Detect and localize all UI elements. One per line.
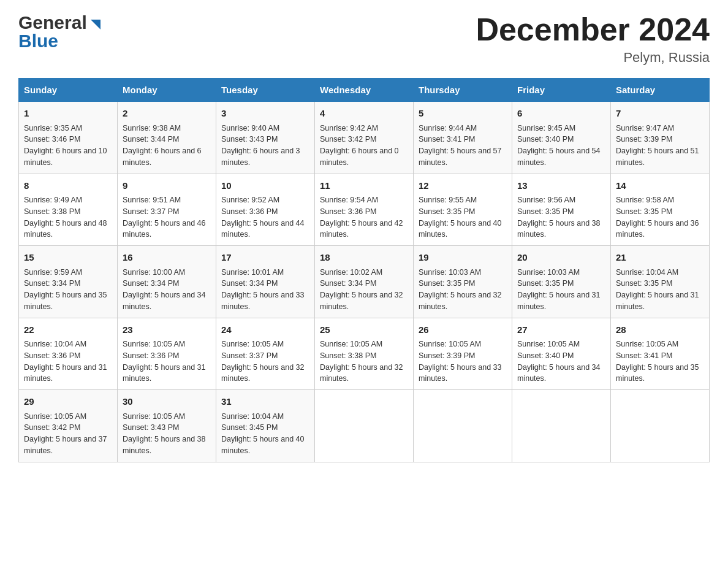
day-info: Sunrise: 9:54 AMSunset: 3:36 PMDaylight:…: [320, 196, 403, 239]
day-info: Sunrise: 10:05 AMSunset: 3:40 PMDaylight…: [517, 340, 601, 383]
calendar-cell: 2Sunrise: 9:38 AMSunset: 3:44 PMDaylight…: [118, 102, 216, 174]
calendar-week-row: 1Sunrise: 9:35 AMSunset: 3:46 PMDaylight…: [19, 102, 710, 174]
day-info: Sunrise: 9:56 AMSunset: 3:35 PMDaylight:…: [517, 196, 601, 239]
calendar-week-row: 8Sunrise: 9:49 AMSunset: 3:38 PMDaylight…: [19, 174, 710, 246]
calendar-cell: 1Sunrise: 9:35 AMSunset: 3:46 PMDaylight…: [19, 102, 118, 174]
day-info: Sunrise: 9:55 AMSunset: 3:35 PMDaylight:…: [419, 196, 502, 239]
day-number: 29: [24, 395, 112, 409]
day-number: 23: [123, 323, 211, 337]
calendar-cell: 21Sunrise: 10:04 AMSunset: 3:35 PMDaylig…: [611, 246, 710, 318]
day-number: 21: [616, 251, 704, 265]
day-number: 2: [123, 107, 211, 121]
day-number: 11: [320, 179, 408, 193]
day-info: Sunrise: 10:03 AMSunset: 3:35 PMDaylight…: [517, 268, 601, 311]
day-number: 9: [123, 179, 211, 193]
calendar-week-row: 29Sunrise: 10:05 AMSunset: 3:42 PMDaylig…: [19, 390, 710, 462]
calendar-header-thursday: Thursday: [414, 79, 512, 102]
calendar-body: 1Sunrise: 9:35 AMSunset: 3:46 PMDaylight…: [19, 102, 710, 462]
calendar-cell: 13Sunrise: 9:56 AMSunset: 3:35 PMDayligh…: [512, 174, 611, 246]
day-number: 4: [320, 107, 408, 121]
day-info: Sunrise: 10:05 AMSunset: 3:38 PMDaylight…: [320, 340, 403, 383]
day-number: 22: [24, 323, 112, 337]
calendar-cell: 19Sunrise: 10:03 AMSunset: 3:35 PMDaylig…: [414, 246, 512, 318]
calendar-cell: 26Sunrise: 10:05 AMSunset: 3:39 PMDaylig…: [414, 318, 512, 390]
calendar-cell: 31Sunrise: 10:04 AMSunset: 3:45 PMDaylig…: [216, 390, 315, 462]
calendar-cell: 10Sunrise: 9:52 AMSunset: 3:36 PMDayligh…: [216, 174, 315, 246]
logo-general-text: General: [18, 12, 87, 33]
calendar-week-row: 22Sunrise: 10:04 AMSunset: 3:36 PMDaylig…: [19, 318, 710, 390]
day-number: 3: [221, 107, 309, 121]
calendar-cell: 6Sunrise: 9:45 AMSunset: 3:40 PMDaylight…: [512, 102, 611, 174]
day-info: Sunrise: 10:04 AMSunset: 3:45 PMDaylight…: [221, 412, 305, 455]
calendar-cell: 28Sunrise: 10:05 AMSunset: 3:41 PMDaylig…: [611, 318, 710, 390]
day-number: 31: [221, 395, 309, 409]
day-info: Sunrise: 10:05 AMSunset: 3:42 PMDaylight…: [24, 412, 107, 455]
calendar-cell: 25Sunrise: 10:05 AMSunset: 3:38 PMDaylig…: [315, 318, 414, 390]
day-info: Sunrise: 9:59 AMSunset: 3:34 PMDaylight:…: [24, 268, 107, 311]
logo-blue-text: Blue: [18, 31, 58, 52]
day-number: 27: [517, 323, 605, 337]
month-title: December 2024: [476, 12, 710, 47]
day-info: Sunrise: 9:49 AMSunset: 3:38 PMDaylight:…: [24, 196, 107, 239]
calendar-header-row: SundayMondayTuesdayWednesdayThursdayFrid…: [19, 79, 710, 102]
calendar-cell: 14Sunrise: 9:58 AMSunset: 3:35 PMDayligh…: [611, 174, 710, 246]
day-info: Sunrise: 9:52 AMSunset: 3:36 PMDaylight:…: [221, 196, 305, 239]
logo: General Blue: [18, 12, 102, 52]
calendar-cell: 16Sunrise: 10:00 AMSunset: 3:34 PMDaylig…: [118, 246, 216, 318]
day-number: 26: [419, 323, 507, 337]
day-info: Sunrise: 9:42 AMSunset: 3:42 PMDaylight:…: [320, 124, 399, 167]
day-info: Sunrise: 10:03 AMSunset: 3:35 PMDaylight…: [419, 268, 502, 311]
day-number: 30: [123, 395, 211, 409]
day-info: Sunrise: 9:58 AMSunset: 3:35 PMDaylight:…: [616, 196, 699, 239]
day-number: 25: [320, 323, 408, 337]
svg-marker-0: [91, 20, 100, 29]
calendar-cell: 29Sunrise: 10:05 AMSunset: 3:42 PMDaylig…: [19, 390, 118, 462]
calendar-cell: 3Sunrise: 9:40 AMSunset: 3:43 PMDaylight…: [216, 102, 315, 174]
day-info: Sunrise: 9:38 AMSunset: 3:44 PMDaylight:…: [123, 124, 202, 167]
day-info: Sunrise: 10:00 AMSunset: 3:34 PMDaylight…: [123, 268, 206, 311]
day-number: 10: [221, 179, 309, 193]
calendar-cell: 22Sunrise: 10:04 AMSunset: 3:36 PMDaylig…: [19, 318, 118, 390]
calendar-cell: 8Sunrise: 9:49 AMSunset: 3:38 PMDaylight…: [19, 174, 118, 246]
calendar-header-saturday: Saturday: [611, 79, 710, 102]
calendar-cell: 24Sunrise: 10:05 AMSunset: 3:37 PMDaylig…: [216, 318, 315, 390]
calendar-cell: [315, 390, 414, 462]
calendar-cell: [611, 390, 710, 462]
day-info: Sunrise: 10:05 AMSunset: 3:36 PMDaylight…: [123, 340, 206, 383]
day-info: Sunrise: 9:47 AMSunset: 3:39 PMDaylight:…: [616, 124, 699, 167]
day-number: 5: [419, 107, 507, 121]
day-number: 12: [419, 179, 507, 193]
calendar-week-row: 15Sunrise: 9:59 AMSunset: 3:34 PMDayligh…: [19, 246, 710, 318]
day-number: 20: [517, 251, 605, 265]
calendar-header-friday: Friday: [512, 79, 611, 102]
calendar-cell: 27Sunrise: 10:05 AMSunset: 3:40 PMDaylig…: [512, 318, 611, 390]
calendar-cell: 11Sunrise: 9:54 AMSunset: 3:36 PMDayligh…: [315, 174, 414, 246]
logo-triangle-icon: [88, 17, 102, 31]
calendar-table: SundayMondayTuesdayWednesdayThursdayFrid…: [18, 78, 710, 462]
title-block: December 2024 Pelym, Russia: [476, 12, 710, 66]
day-number: 19: [419, 251, 507, 265]
day-number: 14: [616, 179, 704, 193]
day-number: 16: [123, 251, 211, 265]
calendar-cell: 12Sunrise: 9:55 AMSunset: 3:35 PMDayligh…: [414, 174, 512, 246]
calendar-header-wednesday: Wednesday: [315, 79, 414, 102]
location-text: Pelym, Russia: [476, 50, 710, 66]
calendar-cell: 20Sunrise: 10:03 AMSunset: 3:35 PMDaylig…: [512, 246, 611, 318]
calendar-cell: 18Sunrise: 10:02 AMSunset: 3:34 PMDaylig…: [315, 246, 414, 318]
calendar-cell: [512, 390, 611, 462]
calendar-cell: 7Sunrise: 9:47 AMSunset: 3:39 PMDaylight…: [611, 102, 710, 174]
calendar-cell: 17Sunrise: 10:01 AMSunset: 3:34 PMDaylig…: [216, 246, 315, 318]
day-info: Sunrise: 10:05 AMSunset: 3:43 PMDaylight…: [123, 412, 206, 455]
day-info: Sunrise: 10:02 AMSunset: 3:34 PMDaylight…: [320, 268, 403, 311]
day-info: Sunrise: 10:05 AMSunset: 3:39 PMDaylight…: [419, 340, 502, 383]
calendar-cell: 23Sunrise: 10:05 AMSunset: 3:36 PMDaylig…: [118, 318, 216, 390]
calendar-header-monday: Monday: [118, 79, 216, 102]
day-number: 17: [221, 251, 309, 265]
calendar-header-sunday: Sunday: [19, 79, 118, 102]
day-info: Sunrise: 9:45 AMSunset: 3:40 PMDaylight:…: [517, 124, 601, 167]
day-number: 18: [320, 251, 408, 265]
day-info: Sunrise: 10:05 AMSunset: 3:37 PMDaylight…: [221, 340, 305, 383]
day-number: 7: [616, 107, 704, 121]
day-info: Sunrise: 9:35 AMSunset: 3:46 PMDaylight:…: [24, 124, 107, 167]
day-number: 6: [517, 107, 605, 121]
